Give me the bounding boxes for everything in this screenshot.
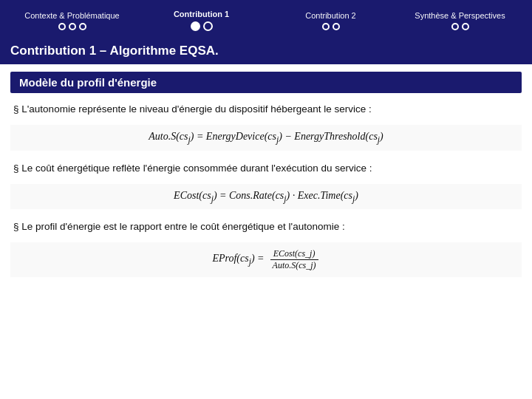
formula-2: ECost(csj) = Cons.Rate(csj) · Exec.Time(… — [10, 184, 522, 210]
formula-3-denominator: Auto.S(cs_j) — [270, 260, 318, 271]
content-area: Modèle du profil d'énergie § L'autonomie… — [0, 64, 532, 399]
formula-2-text: ECost(csj) = Cons.Rate(csj) · Exec.Time(… — [174, 190, 358, 204]
dot-2 — [332, 23, 340, 30]
dot-1 — [58, 23, 66, 30]
subtitle-text: Contribution 1 – Algorithme EQSA. — [10, 44, 219, 58]
formula-3-fraction: ECost(cs_j) Auto.S(cs_j) — [270, 248, 318, 271]
paragraph-2-text: § Le coût énergétique reflète l'énergie … — [13, 163, 372, 174]
dot-2 — [462, 23, 469, 30]
section-header: Modèle du profil d'énergie — [10, 72, 522, 93]
section-header-text: Modèle du profil d'énergie — [19, 76, 157, 89]
nav-item-synthese[interactable]: Synthèse & Perspectives — [395, 11, 525, 30]
dot-2 — [69, 23, 76, 30]
dot-3 — [79, 23, 86, 30]
nav-item-contribution2[interactable]: Contribution 2 — [266, 11, 395, 30]
nav-item-contribution1[interactable]: Contribution 1 — [137, 10, 266, 31]
nav-dots-contribution2 — [322, 23, 340, 30]
nav-dots-synthese — [451, 23, 469, 30]
paragraph-1: § L'autonomie représente le niveau d'éne… — [10, 102, 522, 117]
nav-dots-contribution1 — [191, 21, 213, 31]
top-navigation: Contexte & Problématique Contribution 1 … — [0, 0, 532, 41]
formula-1: Auto.S(csj) = EnergyDevice(csj) − Energy… — [10, 125, 522, 151]
nav-label-contexte: Contexte & Problématique — [24, 11, 119, 20]
dot-1 — [451, 23, 459, 30]
nav-label-synthese: Synthèse & Perspectives — [415, 11, 505, 20]
paragraph-3: § Le profil d'énergie est le rapport ent… — [10, 219, 522, 235]
nav-item-contexte[interactable]: Contexte & Problématique — [7, 11, 137, 30]
formula-3-lhs: EProf(csj) = — [212, 253, 264, 267]
nav-label-contribution2: Contribution 2 — [305, 11, 356, 20]
nav-label-contribution1: Contribution 1 — [174, 10, 229, 18]
main-content: Modèle du profil d'énergie § L'autonomie… — [0, 64, 532, 295]
formula-3-numerator: ECost(cs_j) — [271, 248, 318, 259]
nav-dots-contexte — [58, 23, 86, 30]
subtitle-bar: Contribution 1 – Algorithme EQSA. — [0, 41, 532, 64]
paragraph-1-text: § L'autonomie représente le niveau d'éne… — [13, 103, 372, 115]
formula-3: EProf(csj) = ECost(cs_j) Auto.S(cs_j) — [10, 242, 522, 277]
paragraph-2: § Le coût énergétique reflète l'énergie … — [10, 161, 522, 177]
dot-empty — [203, 21, 213, 31]
paragraph-3-text: § Le profil d'énergie est le rapport ent… — [13, 221, 345, 232]
formula-1-text: Auto.S(csj) = EnergyDevice(csj) − Energy… — [149, 131, 383, 145]
dot-1 — [322, 23, 330, 30]
dot-filled — [191, 21, 200, 31]
